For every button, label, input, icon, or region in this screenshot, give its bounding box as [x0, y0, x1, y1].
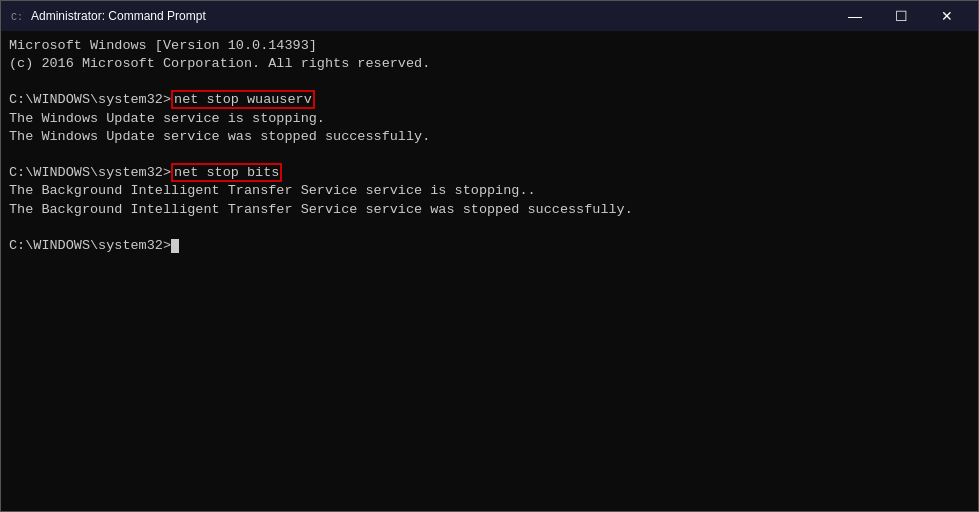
command-highlight-2: net stop bits: [171, 163, 282, 182]
output-line-2: (c) 2016 Microsoft Corporation. All righ…: [9, 55, 970, 73]
empty-line-1: [9, 73, 970, 91]
terminal-body[interactable]: Microsoft Windows [Version 10.0.14393] (…: [1, 31, 978, 511]
minimize-button[interactable]: —: [832, 1, 878, 31]
prompt-prefix-1: C:\WINDOWS\system32>: [9, 92, 171, 107]
prompt-prefix-2: C:\WINDOWS\system32>: [9, 165, 171, 180]
cmd-icon: C:\: [9, 8, 25, 24]
output-line-1: Microsoft Windows [Version 10.0.14393]: [9, 37, 970, 55]
maximize-button[interactable]: ☐: [878, 1, 924, 31]
command-line-1: C:\WINDOWS\system32>net stop wuauserv: [9, 91, 970, 109]
output-line-6: The Windows Update service was stopped s…: [9, 128, 970, 146]
command-line-2: C:\WINDOWS\system32>net stop bits: [9, 164, 970, 182]
svg-text:C:\: C:\: [11, 12, 24, 23]
prompt-prefix-3: C:\WINDOWS\system32>: [9, 238, 171, 253]
output-line-10: The Background Intelligent Transfer Serv…: [9, 201, 970, 219]
close-button[interactable]: ✕: [924, 1, 970, 31]
window-title: Administrator: Command Prompt: [31, 9, 832, 23]
window-controls: — ☐ ✕: [832, 1, 970, 31]
cursor: [171, 239, 179, 253]
output-line-5: The Windows Update service is stopping.: [9, 110, 970, 128]
current-prompt-line: C:\WINDOWS\system32>: [9, 237, 970, 255]
cmd-window: C:\ Administrator: Command Prompt — ☐ ✕ …: [0, 0, 979, 512]
command-highlight-1: net stop wuauserv: [171, 90, 315, 109]
title-bar: C:\ Administrator: Command Prompt — ☐ ✕: [1, 1, 978, 31]
empty-line-3: [9, 219, 970, 237]
empty-line-2: [9, 146, 970, 164]
output-line-9: The Background Intelligent Transfer Serv…: [9, 182, 970, 200]
